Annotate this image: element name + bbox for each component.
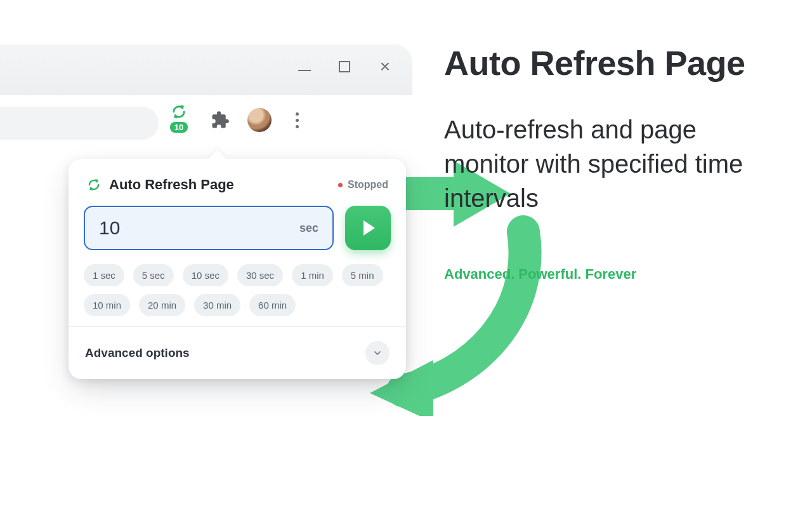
refresh-icon [86,177,102,192]
preset-list: 1 sec5 sec10 sec30 sec1 min5 min10 min20… [84,264,391,316]
window-close-button[interactable]: × [378,60,392,74]
advanced-options-label: Advanced options [85,346,190,360]
window-minimize-button[interactable] [298,70,311,71]
preset-chip[interactable]: 1 min [292,264,333,286]
browser-toolbar: 10 [0,95,412,152]
window-maximize-button[interactable] [339,61,350,72]
browser-menu-button[interactable] [289,112,304,128]
advanced-options-toggle[interactable]: Advanced options [69,326,406,379]
hero-title: Auto Refresh Page [444,44,774,82]
address-bar[interactable] [0,107,159,140]
interval-unit: sec [299,222,318,235]
preset-chip[interactable]: 30 min [194,294,240,316]
extension-badge: 10 [170,122,188,133]
window-titlebar: × [0,44,412,95]
preset-chip[interactable]: 60 min [249,294,296,316]
hero-tagline: Advanced. Powerful. Forever [444,266,774,283]
extension-button[interactable]: 10 [165,103,193,137]
status-dot-icon [338,183,343,187]
popup-title: Auto Refresh Page [109,177,234,193]
browser-mock: × 10 [0,44,412,152]
profile-avatar[interactable] [247,108,272,132]
play-icon [363,220,375,236]
preset-chip[interactable]: 5 sec [133,264,174,286]
start-button[interactable] [345,206,391,250]
preset-chip[interactable]: 10 sec [183,264,228,286]
hero-subtitle: Auto-refresh and page monitor with speci… [444,112,774,215]
interval-value: 10 [99,217,120,239]
hero-copy: Auto Refresh Page Auto-refresh and page … [444,44,774,283]
status-indicator: Stopped [338,179,388,190]
status-label: Stopped [348,179,388,190]
interval-input[interactable]: 10 sec [84,206,334,250]
refresh-icon [170,103,188,121]
preset-chip[interactable]: 20 min [139,294,185,316]
chevron-down-icon [365,341,390,365]
extensions-icon[interactable] [211,110,230,130]
preset-chip[interactable]: 30 sec [237,264,283,286]
preset-chip[interactable]: 1 sec [84,264,124,286]
extension-popup: Auto Refresh Page Stopped 10 sec 1 sec5 … [69,159,406,379]
preset-chip[interactable]: 5 min [342,264,383,286]
preset-chip[interactable]: 10 min [84,294,130,316]
